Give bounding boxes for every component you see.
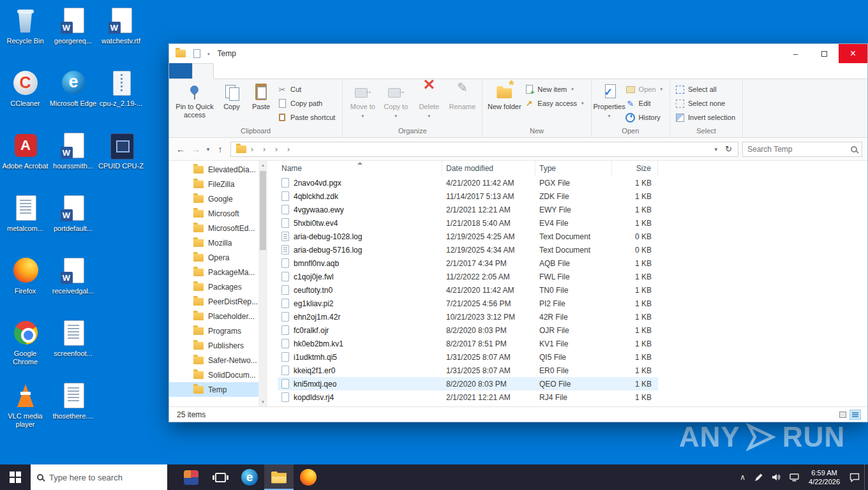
- address-bar[interactable]: ▾ ↻: [230, 142, 738, 157]
- move-to-button[interactable]: Move to ▾: [346, 80, 379, 121]
- action-center-button[interactable]: [845, 464, 864, 490]
- tree-item[interactable]: Programs: [169, 323, 258, 338]
- file-row[interactable]: kkeiq2f1.er0 1/31/2025 8:07 AM ER0 File …: [278, 364, 658, 377]
- close-button[interactable]: ×: [839, 44, 867, 63]
- desktop-icon[interactable]: cpu-z_2.19-...: [97, 68, 145, 130]
- file-row[interactable]: kni5mxtj.qeo 8/2/2020 8:03 PM QEO File 1…: [278, 377, 658, 390]
- taskbar-search-input[interactable]: [49, 473, 161, 482]
- file-row[interactable]: ceuftoty.tn0 4/21/2020 11:42 AM TN0 File…: [278, 283, 658, 297]
- scrollbar-thumb[interactable]: [260, 171, 266, 250]
- paste-shortcut-button[interactable]: Paste shortcut: [276, 110, 339, 124]
- cut-button[interactable]: ✂ Cut: [276, 82, 339, 96]
- file-row[interactable]: aria-debug-1028.log 12/19/2025 4:25 AM T…: [278, 230, 658, 243]
- easy-access-button[interactable]: Easy access ▾: [523, 96, 587, 110]
- column-header[interactable]: Date modified: [442, 161, 535, 176]
- scroll-up-button[interactable]: ▴: [262, 161, 264, 170]
- breadcrumb-item[interactable]: [246, 144, 258, 155]
- tree-item[interactable]: Google: [169, 191, 258, 206]
- file-row[interactable]: aria-debug-5716.log 12/19/2025 4:34 AM T…: [278, 243, 658, 256]
- desktop-icon[interactable]: Microsoft Edge: [49, 68, 97, 130]
- taskbar-firefox-button[interactable]: [294, 464, 323, 490]
- select-all-button[interactable]: Select all: [673, 82, 739, 96]
- tree-item[interactable]: Mozilla: [169, 235, 258, 250]
- volume-icon[interactable]: [767, 464, 785, 490]
- back-button[interactable]: ←: [173, 144, 188, 154]
- history-button[interactable]: History: [624, 110, 666, 124]
- sidebar-scrollbar[interactable]: ▴ ▾: [258, 161, 267, 406]
- edit-button[interactable]: Edit: [624, 96, 666, 110]
- desktop-icon[interactable]: thosethere....: [49, 380, 97, 443]
- desktop-icon[interactable]: hourssmith...: [49, 130, 97, 193]
- breadcrumb-item[interactable]: [258, 144, 271, 155]
- tree-item[interactable]: MicrosoftEd...: [169, 221, 258, 235]
- copy-path-button[interactable]: Copy path: [276, 96, 339, 110]
- file-row[interactable]: 5hxbi0tw.ev4 1/21/2018 5:40 AM EV4 File …: [278, 216, 658, 230]
- file-row[interactable]: 4qblckhd.zdk 11/14/2017 5:13 AM ZDK File…: [278, 189, 658, 203]
- properties-button[interactable]: Properties ▾: [595, 80, 624, 121]
- forward-button[interactable]: →: [188, 144, 204, 154]
- delete-button[interactable]: Delete ▾: [412, 80, 445, 121]
- desktop-icon[interactable]: portdefault...: [49, 193, 97, 255]
- file-row[interactable]: fc0ralkf.ojr 8/2/2020 8:03 PM OJR File 1…: [278, 323, 658, 337]
- open-button[interactable]: Open ▾: [624, 82, 666, 96]
- tree-item[interactable]: Packages: [169, 279, 258, 294]
- breadcrumb-item[interactable]: [271, 144, 283, 155]
- ribbon-tab[interactable]: [192, 63, 214, 79]
- start-button[interactable]: [0, 464, 31, 490]
- rename-button[interactable]: Rename: [445, 80, 479, 112]
- tree-item[interactable]: Placeholder...: [169, 309, 258, 323]
- task-view-button[interactable]: [206, 464, 235, 490]
- file-row[interactable]: eg1kliav.pi2 7/21/2025 4:56 PM PI2 File …: [278, 297, 658, 310]
- minimize-button[interactable]: –: [781, 44, 810, 63]
- new-item-button[interactable]: New item ▾: [523, 82, 587, 96]
- tree-item[interactable]: PackageMa...: [169, 265, 258, 279]
- copy-button[interactable]: Copy: [217, 80, 246, 112]
- desktop-icon[interactable]: Adobe Acrobat: [1, 130, 49, 193]
- desktop-icon[interactable]: receivedgal...: [49, 255, 97, 318]
- column-header[interactable]: Size: [612, 161, 658, 176]
- file-row[interactable]: c1qoj0je.fwl 11/2/2022 2:05 AM FWL File …: [278, 270, 658, 283]
- file-row[interactable]: 2navo4vd.pgx 4/21/2020 11:42 AM PGX File…: [278, 176, 658, 189]
- up-button[interactable]: ↑: [213, 144, 228, 154]
- breadcrumb-item[interactable]: [283, 144, 295, 155]
- ribbon-tab[interactable]: [214, 63, 234, 78]
- quick-access-properties-icon[interactable]: [191, 49, 202, 58]
- select-none-button[interactable]: Select none: [673, 96, 739, 110]
- paste-button[interactable]: Paste: [246, 80, 276, 112]
- refresh-icon[interactable]: ↻: [722, 144, 735, 154]
- column-header[interactable]: Type: [535, 161, 612, 176]
- desktop-icon[interactable]: metalcom...: [1, 193, 49, 255]
- ribbon-tab[interactable]: [234, 63, 255, 78]
- file-row[interactable]: bmnfl0nv.aqb 2/1/2017 4:34 PM AQB File 1…: [278, 256, 658, 270]
- explorer-search-box[interactable]: [742, 142, 862, 157]
- column-header[interactable]: Name: [278, 161, 442, 176]
- desktop-icon[interactable]: CCleaner: [1, 68, 49, 130]
- taskbar-file-explorer-button[interactable]: [264, 464, 294, 490]
- maximize-button[interactable]: [810, 44, 839, 63]
- tree-item[interactable]: Microsoft: [169, 206, 258, 221]
- hidden-icons-button[interactable]: ∧: [735, 464, 750, 490]
- desktop-icon[interactable]: CPUID CPU-Z: [97, 130, 145, 193]
- tree-item[interactable]: SolidDocum...: [169, 368, 258, 382]
- new-folder-button[interactable]: New folder: [486, 80, 523, 112]
- copy-to-button[interactable]: Copy to ▾: [379, 80, 412, 121]
- desktop-icon[interactable]: Google Chrome: [1, 318, 49, 380]
- tree-item[interactable]: PeerDistRep...: [169, 294, 258, 309]
- file-row[interactable]: i1udktmh.qi5 1/31/2025 8:07 AM QI5 File …: [278, 350, 658, 364]
- taskbar-clock[interactable]: 6:59 AM 4/22/2026: [804, 468, 845, 486]
- thumbnail-view-button[interactable]: [837, 410, 848, 420]
- desktop-icon[interactable]: VLC media player: [1, 380, 49, 443]
- file-row[interactable]: ehn2oj1m.42r 10/21/2023 3:12 PM 42R File…: [278, 310, 658, 323]
- tree-item[interactable]: Temp: [169, 382, 258, 397]
- customize-quick-access-icon[interactable]: ▾: [207, 52, 210, 57]
- tree-item[interactable]: Opera: [169, 250, 258, 265]
- address-dropdown-icon[interactable]: ▾: [710, 146, 722, 152]
- pen-icon[interactable]: [750, 464, 767, 490]
- window-titlebar[interactable]: ▾ Temp – ×: [169, 44, 867, 63]
- desktop-icon[interactable]: Recycle Bin: [1, 5, 49, 68]
- file-row[interactable]: kopdldsv.rj4 2/1/2021 12:21 AM RJ4 File …: [278, 390, 658, 404]
- network-icon[interactable]: [785, 464, 804, 490]
- tree-item[interactable]: FileZilla: [169, 177, 258, 191]
- details-view-button[interactable]: [849, 410, 861, 420]
- ribbon-tab[interactable]: [169, 63, 192, 78]
